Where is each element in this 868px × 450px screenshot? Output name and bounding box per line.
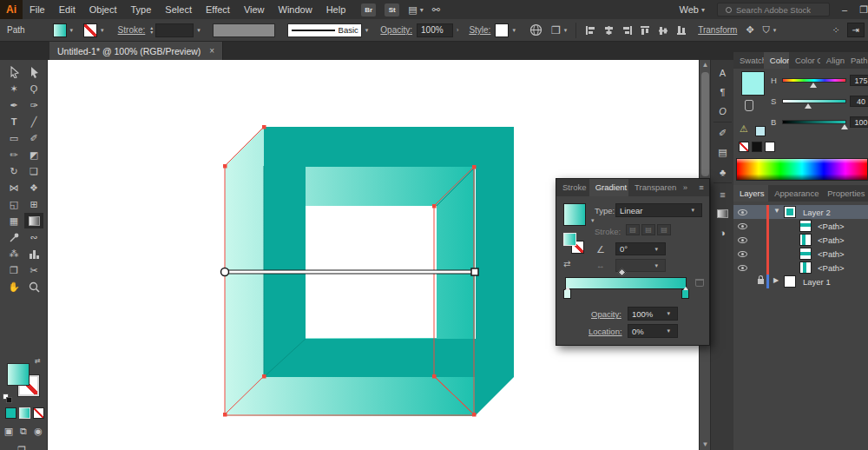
minimize-button[interactable]: – (842, 4, 847, 15)
angle-dropdown[interactable]: 0°▾ (615, 242, 666, 255)
stroke-weight-caret-icon[interactable]: ▾ (197, 27, 201, 34)
align-bottom-icon[interactable] (676, 25, 687, 36)
tab-color[interactable]: Color (764, 52, 789, 69)
opacity-more-icon[interactable]: › (457, 27, 458, 33)
none-mode-button[interactable] (33, 407, 44, 419)
selection-tool[interactable] (4, 64, 23, 80)
saturation-value[interactable]: 40 (850, 96, 868, 107)
swap-fill-stroke-icon[interactable]: ⇄ (35, 357, 41, 365)
gradient-start-handle[interactable] (221, 268, 229, 276)
menu-effect[interactable]: Effect (199, 0, 237, 19)
pencil-tool[interactable]: ✏ (4, 147, 23, 162)
mesh-tool[interactable]: ▦ (4, 213, 23, 228)
fill-proxy-swatch[interactable] (563, 233, 576, 246)
path-name[interactable]: <Path> (818, 263, 845, 273)
shape-builder-tool[interactable]: ◱ (4, 196, 23, 212)
panel-options-button[interactable]: ⇥ (847, 23, 865, 37)
gradient-stop-start[interactable] (563, 289, 571, 299)
scale-tool[interactable]: ❏ (24, 163, 43, 179)
out-of-gamut-warning-icon[interactable]: ⚠ (740, 123, 748, 135)
layer-name[interactable]: Layer 2 (803, 208, 831, 217)
tab-pathfinder[interactable]: Path (845, 52, 868, 69)
width-tool[interactable]: ⋈ (4, 180, 23, 195)
fill-caret-icon[interactable]: ▾ (70, 27, 74, 34)
transform-label[interactable]: Transform (698, 25, 737, 35)
brightness-value[interactable]: 100 (850, 116, 868, 128)
visibility-eye-icon[interactable] (738, 265, 747, 271)
artboard-tool[interactable]: ❐ (4, 262, 23, 278)
brush-caret-icon[interactable]: ▾ (365, 27, 369, 34)
reverse-gradient-icon[interactable]: ⇄ (563, 259, 570, 268)
gradient-preset-caret-icon[interactable]: ▾ (591, 217, 595, 224)
tab-properties[interactable]: Properties (821, 185, 868, 202)
visibility-eye-icon[interactable] (738, 237, 747, 243)
symbol-sprayer-tool[interactable]: ⁂ (4, 246, 23, 261)
magic-wand-tool[interactable]: ✶ (4, 81, 23, 96)
gradient-end-handle[interactable] (471, 268, 478, 275)
menu-type[interactable]: Type (124, 0, 159, 19)
hue-value[interactable]: 175 (850, 75, 868, 86)
blend-tool[interactable]: ∾ (24, 229, 43, 245)
type-dropdown[interactable]: Linear▾ (615, 203, 702, 217)
stroke-weight-label[interactable]: Stroke: (118, 25, 146, 35)
layer-thumbnail[interactable] (784, 206, 796, 218)
pen-tool[interactable]: ✒ (4, 97, 23, 113)
stroke-caret-icon[interactable]: ▾ (101, 27, 104, 34)
fill-swatch-large[interactable] (7, 363, 30, 386)
style-swatch[interactable] (495, 23, 509, 37)
layer-row-layer1[interactable]: ▶ Layer 1 (733, 275, 868, 288)
lasso-tool[interactable]: Ϙ (24, 81, 43, 96)
layer-row-path4[interactable]: <Path> (733, 261, 868, 275)
tab-color-guide[interactable]: Color G (789, 52, 820, 69)
rotate-tool[interactable]: ↻ (4, 163, 23, 179)
visibility-eye-icon[interactable] (738, 223, 747, 229)
bottom-right-face-path[interactable] (475, 377, 514, 416)
tab-align[interactable]: Align (820, 52, 845, 69)
gradient-mode-button[interactable] (19, 407, 30, 419)
draw-normal-icon[interactable]: ▣ (2, 423, 16, 439)
menu-file[interactable]: File (23, 0, 52, 19)
symbols-panel-icon[interactable]: ♣ (711, 162, 734, 181)
path-name[interactable]: <Path> (818, 249, 845, 259)
draw-behind-icon[interactable]: ⧉ (16, 423, 30, 439)
align-top-icon[interactable] (640, 25, 651, 36)
tab-layers[interactable]: Layers (733, 185, 768, 202)
document-tab[interactable]: Untitled-1* @ 100% (RGB/Preview) × (49, 42, 223, 60)
layer-row-path3[interactable]: <Path> (733, 247, 868, 261)
transparency-panel-icon[interactable]: ◑ (711, 223, 734, 242)
visibility-eye-icon[interactable] (738, 209, 747, 215)
bridge-button[interactable]: Br (361, 3, 376, 17)
opacity-field[interactable]: 100% (417, 23, 453, 37)
layer-row-layer2[interactable]: ▼ Layer 2 (733, 205, 868, 219)
layer-name[interactable]: Layer 1 (803, 277, 831, 287)
stop-opacity-label[interactable]: Opacity: (591, 309, 621, 319)
touch-workspace-icon[interactable]: ⚯ (432, 4, 440, 16)
isolate-caret-icon[interactable]: ▾ (773, 27, 777, 34)
tab-overflow-icon[interactable]: » (677, 179, 694, 196)
free-transform-tool[interactable]: ❖ (24, 180, 43, 195)
visibility-eye-icon[interactable] (738, 251, 747, 257)
column-graph-tool[interactable] (24, 246, 43, 261)
shaper-tool[interactable]: ◩ (24, 147, 43, 162)
stop-location-label[interactable]: Location: (589, 327, 622, 336)
zoom-tool[interactable] (24, 279, 43, 294)
document-setup-icon[interactable]: ❐ (551, 24, 561, 36)
front-frame-path[interactable] (225, 166, 475, 416)
path-thumbnail[interactable] (799, 261, 812, 274)
screen-mode-icon[interactable]: ❐ (12, 442, 31, 450)
brightness-slider[interactable] (782, 120, 846, 124)
curvature-tool[interactable]: ✑ (24, 97, 43, 113)
tab-gradient[interactable]: Gradient (589, 179, 628, 196)
paintbrush-tool[interactable]: ✐ (24, 130, 43, 146)
brush-definition-field[interactable]: Basic (287, 23, 362, 37)
hand-tool[interactable]: ✋ (4, 279, 23, 294)
free-transform-icon[interactable]: ✥ (746, 24, 753, 36)
saturation-slider[interactable] (782, 99, 846, 103)
eyedropper-tool[interactable] (4, 229, 23, 245)
menu-window[interactable]: Window (272, 0, 319, 19)
panel-menu-icon[interactable]: ≡ (693, 179, 709, 196)
menu-view[interactable]: View (237, 0, 272, 19)
arrange-documents-caret-icon[interactable]: ▾ (420, 6, 424, 14)
align-left-icon[interactable] (585, 25, 596, 36)
workspace-switcher[interactable]: Web (680, 4, 699, 15)
